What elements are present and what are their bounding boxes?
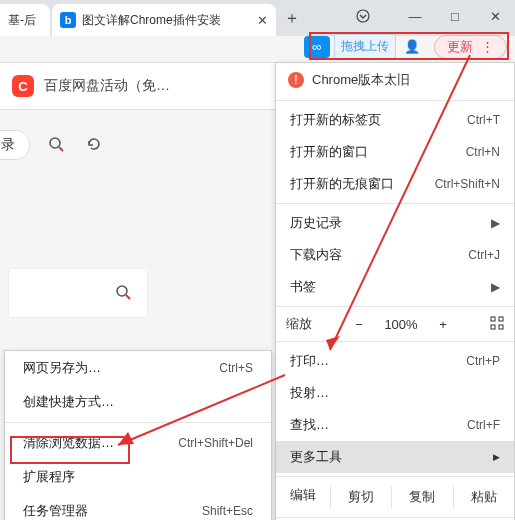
fullscreen-icon[interactable] (490, 316, 504, 333)
new-tab-button[interactable]: ＋ (278, 0, 306, 36)
menu-cast[interactable]: 投射… (276, 377, 514, 409)
svg-point-1 (50, 138, 60, 148)
svg-point-0 (357, 10, 369, 22)
menu-version-warning[interactable]: ! Chrome版本太旧 (276, 63, 514, 97)
bookmark-bar: C 百度网盘活动（免… (0, 62, 275, 110)
edit-label: 编辑 (276, 486, 330, 508)
zoom-out-button[interactable]: − (347, 317, 371, 332)
menu-more-tools[interactable]: 更多工具 (276, 441, 514, 473)
tab-2[interactable]: b 图文详解Chrome插件安装 ✕ (52, 4, 276, 36)
zoom-in-button[interactable]: + (431, 317, 455, 332)
copy-button[interactable]: 复制 (391, 486, 452, 508)
menu-incognito[interactable]: 打开新的无痕窗口Ctrl+Shift+N (276, 168, 514, 200)
tab-1[interactable]: 基-后 (0, 4, 50, 36)
sub-clear-data[interactable]: 清除浏览数据…Ctrl+Shift+Del (5, 426, 271, 460)
reload-icon[interactable] (86, 136, 102, 155)
baidu-pan-icon: C (12, 75, 34, 97)
menu-print[interactable]: 打印…Ctrl+P (276, 345, 514, 377)
sub-save-as[interactable]: 网页另存为…Ctrl+S (5, 351, 271, 385)
sub-extensions[interactable]: 扩展程序 (5, 460, 271, 494)
cloud-toolbar: ∞ 拖拽上传 👤 更新 ⋮ (304, 34, 507, 59)
chrome-menu: ! Chrome版本太旧 打开新的标签页Ctrl+T 打开新的窗口Ctrl+N … (275, 62, 515, 520)
update-button[interactable]: 更新 ⋮ (434, 35, 507, 59)
chevron-right-icon: ▶ (491, 280, 500, 294)
drag-upload-label[interactable]: 拖拽上传 (334, 34, 396, 59)
search-icon (115, 284, 131, 303)
sub-task-manager[interactable]: 任务管理器Shift+Esc (5, 494, 271, 520)
zoom-value: 100% (377, 317, 425, 332)
svg-rect-8 (499, 325, 503, 329)
tab-2-title: 图文详解Chrome插件安装 (82, 12, 251, 29)
menu-find[interactable]: 查找…Ctrl+F (276, 409, 514, 441)
title-bar: 基-后 b 图文详解Chrome插件安装 ✕ ＋ — □ ✕ (0, 0, 515, 36)
svg-rect-6 (499, 317, 503, 321)
nav-left: 录 (0, 120, 150, 170)
window-controls: — □ ✕ (395, 0, 515, 32)
close-button[interactable]: ✕ (475, 0, 515, 32)
tabs-dropdown-icon[interactable] (343, 0, 383, 32)
warning-icon: ! (288, 72, 304, 88)
update-label: 更新 (447, 38, 473, 56)
cloud-icon[interactable]: ∞ (304, 36, 330, 58)
nav-label[interactable]: 录 (0, 130, 30, 160)
close-icon[interactable]: ✕ (257, 13, 268, 28)
chevron-right-icon: ▶ (491, 216, 500, 230)
maximize-button[interactable]: □ (435, 0, 475, 32)
menu-downloads[interactable]: 下载内容Ctrl+J (276, 239, 514, 271)
profile-icon[interactable]: 👤 (404, 39, 420, 54)
sub-create-shortcut[interactable]: 创建快捷方式… (5, 385, 271, 419)
menu-new-window[interactable]: 打开新的窗口Ctrl+N (276, 136, 514, 168)
search-small-icon[interactable] (48, 136, 64, 155)
version-old-label: Chrome版本太旧 (312, 71, 410, 89)
menu-bookmarks[interactable]: 书签▶ (276, 271, 514, 303)
menu-history[interactable]: 历史记录▶ (276, 207, 514, 239)
svg-line-4 (126, 295, 130, 299)
svg-rect-7 (491, 325, 495, 329)
paste-button[interactable]: 粘贴 (453, 486, 514, 508)
more-tools-submenu: 网页另存为…Ctrl+S 创建快捷方式… 清除浏览数据…Ctrl+Shift+D… (4, 350, 272, 520)
bookmark-label[interactable]: 百度网盘活动（免… (44, 77, 170, 95)
svg-rect-5 (491, 317, 495, 321)
search-box[interactable] (8, 268, 148, 318)
menu-dots-icon: ⋮ (481, 39, 494, 54)
menu-zoom: 缩放 − 100% + (276, 310, 514, 338)
cut-button[interactable]: 剪切 (330, 486, 391, 508)
tab-1-title: 基-后 (8, 12, 42, 29)
menu-edit-row: 编辑 剪切 复制 粘贴 (276, 480, 514, 514)
zoom-label: 缩放 (286, 315, 312, 333)
minimize-button[interactable]: — (395, 0, 435, 32)
svg-point-3 (117, 286, 127, 296)
menu-new-tab[interactable]: 打开新的标签页Ctrl+T (276, 104, 514, 136)
svg-line-2 (59, 147, 63, 151)
tab-2-favicon: b (60, 12, 76, 28)
